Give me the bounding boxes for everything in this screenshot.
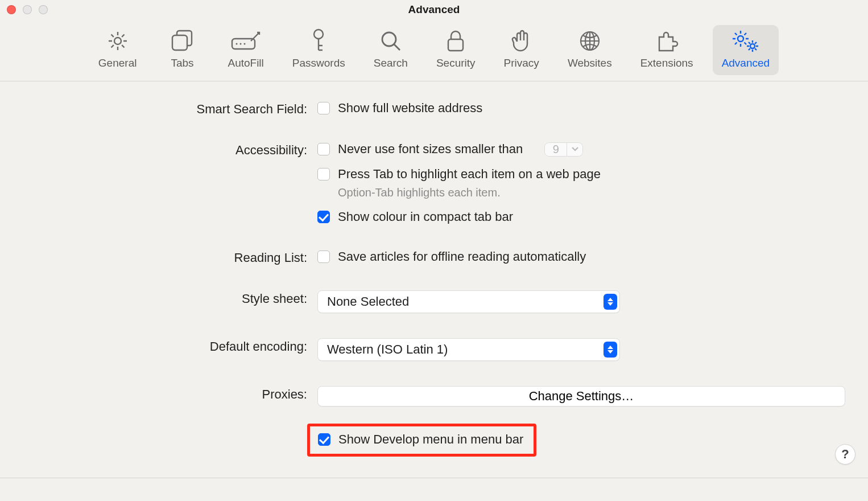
checkbox-offline-reading[interactable] bbox=[317, 250, 330, 263]
stepper-icon bbox=[604, 294, 617, 310]
select-style-sheet[interactable]: None Selected bbox=[317, 290, 620, 313]
tab-extensions[interactable]: Extensions bbox=[631, 25, 702, 75]
minimize-button[interactable] bbox=[23, 5, 32, 14]
checkbox-show-full-address[interactable] bbox=[317, 102, 330, 114]
tab-label: Passwords bbox=[292, 57, 345, 69]
svg-rect-8 bbox=[448, 39, 463, 51]
tab-label: Search bbox=[374, 57, 408, 69]
chevron-down-icon[interactable] bbox=[567, 142, 583, 157]
checkbox-develop-menu[interactable] bbox=[318, 433, 330, 446]
advanced-gears-icon bbox=[731, 30, 760, 52]
tab-label: General bbox=[98, 57, 137, 69]
search-icon bbox=[379, 30, 402, 52]
svg-point-4 bbox=[240, 43, 242, 45]
label-reading-list: Reading List: bbox=[23, 249, 307, 265]
tab-general[interactable]: General bbox=[89, 25, 146, 75]
checkbox-tab-highlight[interactable] bbox=[317, 168, 330, 180]
checkbox-label: Press Tab to highlight each item on a we… bbox=[338, 167, 601, 182]
tab-search[interactable]: Search bbox=[365, 25, 417, 75]
content-form: Smart Search Field: Show full website ad… bbox=[0, 81, 868, 468]
key-icon bbox=[310, 30, 327, 52]
tabs-icon bbox=[170, 30, 194, 52]
bottom-divider bbox=[0, 478, 868, 478]
svg-point-5 bbox=[244, 43, 246, 45]
stepper-icon bbox=[604, 342, 617, 358]
help-button[interactable]: ? bbox=[835, 444, 855, 465]
label-proxies: Proxies: bbox=[23, 386, 307, 402]
checkbox-min-font-size[interactable] bbox=[317, 143, 330, 155]
help-text-option-tab: Option-Tab highlights each item. bbox=[317, 186, 845, 199]
select-value: None Selected bbox=[327, 294, 409, 309]
titlebar: Advanced bbox=[0, 0, 868, 19]
tab-label: Privacy bbox=[504, 57, 539, 69]
lock-icon bbox=[446, 30, 465, 52]
gear-icon bbox=[106, 30, 129, 52]
tab-passwords[interactable]: Passwords bbox=[283, 25, 354, 75]
checkbox-label: Save articles for offline reading automa… bbox=[338, 249, 586, 264]
hand-icon bbox=[511, 30, 532, 52]
label-style-sheet: Style sheet: bbox=[23, 290, 307, 306]
change-settings-button[interactable]: Change Settings… bbox=[317, 386, 845, 406]
autofill-icon bbox=[231, 30, 261, 52]
tab-label: AutoFill bbox=[228, 57, 263, 69]
select-default-encoding[interactable]: Western (ISO Latin 1) bbox=[317, 338, 620, 361]
checkbox-label: Show colour in compact tab bar bbox=[338, 210, 513, 224]
svg-point-0 bbox=[114, 38, 121, 44]
window-title: Advanced bbox=[0, 3, 868, 16]
tab-label: Security bbox=[436, 57, 476, 69]
tab-privacy[interactable]: Privacy bbox=[495, 25, 548, 75]
svg-point-6 bbox=[314, 30, 323, 39]
tab-advanced[interactable]: Advanced bbox=[713, 25, 779, 75]
preferences-toolbar: General Tabs AutoFill bbox=[0, 19, 868, 81]
tab-label: Extensions bbox=[640, 57, 693, 69]
label-smart-search: Smart Search Field: bbox=[23, 101, 307, 117]
puzzle-icon bbox=[655, 30, 679, 52]
min-font-value: 9 bbox=[544, 142, 567, 157]
tab-label: Tabs bbox=[171, 57, 193, 69]
tab-autofill[interactable]: AutoFill bbox=[218, 25, 272, 75]
svg-point-7 bbox=[382, 32, 396, 46]
tab-label: Advanced bbox=[722, 57, 770, 69]
tab-security[interactable]: Security bbox=[427, 25, 485, 75]
tab-label: Websites bbox=[568, 57, 612, 69]
tab-tabs[interactable]: Tabs bbox=[156, 25, 208, 75]
min-font-size-stepper[interactable]: 9 bbox=[544, 142, 583, 157]
globe-icon bbox=[578, 30, 601, 52]
svg-point-12 bbox=[750, 44, 755, 48]
tab-websites[interactable]: Websites bbox=[559, 25, 621, 75]
checkbox-label: Never use font sizes smaller than bbox=[338, 142, 523, 157]
svg-point-3 bbox=[236, 43, 238, 45]
maximize-button[interactable] bbox=[39, 5, 48, 14]
close-button[interactable] bbox=[7, 5, 16, 14]
select-value: Western (ISO Latin 1) bbox=[327, 342, 448, 357]
svg-point-11 bbox=[738, 36, 743, 42]
checkbox-label: Show full website address bbox=[338, 101, 482, 116]
label-accessibility: Accessibility: bbox=[23, 142, 307, 158]
checkbox-label: Show Develop menu in menu bar bbox=[338, 432, 523, 447]
svg-rect-1 bbox=[172, 35, 187, 50]
label-default-encoding: Default encoding: bbox=[23, 338, 307, 354]
highlight-develop-menu: Show Develop menu in menu bar bbox=[307, 424, 536, 457]
checkbox-compact-colour[interactable] bbox=[317, 211, 330, 223]
traffic-lights bbox=[7, 5, 48, 14]
